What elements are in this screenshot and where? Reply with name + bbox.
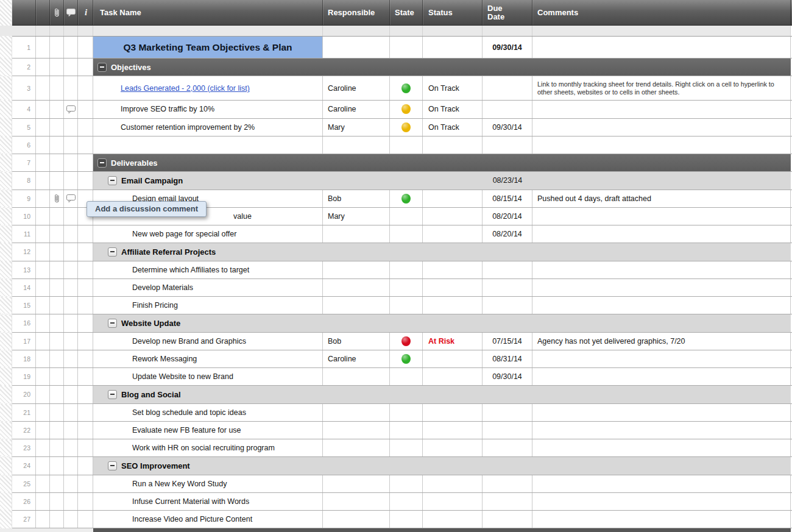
comments-cell[interactable]: Pushed out 4 days, draft attached [532, 190, 791, 207]
paperclip-icon[interactable] [54, 194, 60, 204]
state-cell[interactable] [390, 76, 423, 100]
task-name-cell[interactable]: Finish Pricing [93, 297, 323, 314]
row-number-cell[interactable]: 10 [0, 208, 36, 225]
row-number-cell[interactable]: 17 [0, 333, 36, 350]
status-cell[interactable] [423, 475, 483, 492]
info-cell[interactable] [78, 119, 93, 136]
due-date-cell[interactable]: 09/30/14 [483, 368, 532, 385]
responsible-cell[interactable] [323, 439, 390, 456]
row-number-cell[interactable]: 26 [0, 493, 36, 510]
row-number-cell[interactable]: 21 [0, 404, 36, 421]
attachment-cell[interactable] [50, 59, 64, 76]
attachment-cell[interactable] [50, 261, 64, 278]
comments-cell[interactable]: Link to monthly tracking sheet for trend… [532, 76, 791, 100]
comment-cell[interactable] [64, 225, 78, 243]
info-cell[interactable] [78, 261, 93, 278]
spacer-cell[interactable] [483, 26, 532, 36]
comment-cell[interactable] [64, 190, 78, 207]
comment-cell[interactable] [64, 261, 78, 278]
action-cell[interactable] [36, 350, 50, 367]
comments-cell[interactable] [532, 368, 791, 385]
spacer-cell[interactable] [78, 26, 93, 36]
comment-cell[interactable] [64, 76, 78, 100]
attachment-cell[interactable] [50, 243, 64, 260]
action-cell[interactable] [36, 297, 50, 314]
responsible-cell[interactable]: Mary [323, 208, 390, 225]
row-number-cell[interactable]: 14 [0, 279, 36, 296]
action-cell[interactable] [36, 439, 50, 456]
comment-cell[interactable] [64, 208, 78, 225]
status-cell[interactable]: At Risk [423, 333, 483, 350]
row-number-cell[interactable]: 13 [0, 261, 36, 278]
spacer-cell[interactable] [390, 26, 423, 36]
due-date-cell[interactable] [483, 101, 532, 118]
collapse-minus-icon[interactable] [108, 247, 117, 257]
attachment-cell[interactable] [50, 137, 64, 154]
header-corner[interactable] [0, 0, 36, 25]
status-cell[interactable] [423, 297, 483, 314]
attachment-cell[interactable] [50, 404, 64, 421]
spacer-cell[interactable] [36, 26, 50, 36]
cell-resp[interactable] [323, 37, 390, 58]
responsible-cell[interactable] [323, 475, 390, 492]
state-cell[interactable] [390, 190, 423, 207]
task-name-cell[interactable]: Improve SEO traffic by 10% [93, 101, 323, 118]
due-date-cell[interactable] [483, 493, 532, 510]
collapse-minus-icon[interactable] [108, 461, 117, 470]
row-number-cell[interactable]: 24 [0, 457, 36, 474]
comment-cell[interactable] [64, 493, 78, 510]
info-cell[interactable] [78, 457, 93, 474]
action-cell[interactable] [36, 190, 50, 207]
task-name-cell[interactable]: New web page for special offer [93, 225, 323, 243]
responsible-cell[interactable]: Bob [323, 190, 390, 207]
row-number-cell[interactable]: 2 [0, 59, 36, 76]
cell-comments[interactable] [532, 37, 791, 58]
action-cell[interactable] [36, 457, 50, 474]
section-row-band[interactable]: SEO Improvement [93, 457, 791, 474]
attachment-cell[interactable] [50, 37, 64, 58]
task-name-cell[interactable]: Set blog schedule and topic ideas [93, 404, 323, 421]
header-due-date[interactable]: Due Date [483, 0, 532, 25]
info-cell[interactable] [78, 37, 93, 58]
comments-cell[interactable] [532, 101, 791, 118]
attachment-cell[interactable] [50, 119, 64, 136]
spacer-cell[interactable] [93, 26, 323, 36]
status-cell[interactable] [423, 493, 483, 510]
state-cell[interactable] [390, 422, 423, 439]
collapse-minus-icon[interactable] [108, 319, 117, 328]
task-name-cell[interactable]: Develop new Brand and Graphics [93, 333, 323, 350]
status-cell[interactable] [423, 208, 483, 225]
collapse-minus-icon[interactable] [108, 176, 117, 185]
due-date-cell[interactable] [483, 439, 532, 456]
due-date-cell[interactable] [483, 279, 532, 296]
attachment-cell[interactable] [50, 225, 64, 243]
responsible-cell[interactable] [323, 404, 390, 421]
responsible-cell[interactable] [323, 493, 390, 510]
action-cell[interactable] [36, 101, 50, 118]
status-cell[interactable] [423, 439, 483, 456]
attachment-cell[interactable] [50, 279, 64, 296]
header-status[interactable]: Status [423, 0, 483, 25]
task-name-cell[interactable]: Work with HR on social recruiting progra… [93, 439, 323, 456]
info-cell[interactable] [78, 297, 93, 314]
header-state[interactable]: State [390, 0, 423, 25]
info-cell[interactable] [78, 76, 93, 100]
comment-cell[interactable] [64, 172, 78, 189]
state-cell[interactable] [390, 208, 423, 225]
attachment-cell[interactable] [50, 386, 64, 403]
status-cell[interactable] [423, 511, 483, 528]
comments-cell[interactable] [532, 261, 791, 278]
attachment-cell[interactable] [50, 439, 64, 456]
collapse-minus-icon[interactable] [108, 390, 117, 399]
row-number-cell[interactable]: 18 [0, 350, 36, 367]
section-row-band[interactable]: Blog and Social [93, 386, 791, 403]
comment-cell[interactable] [64, 279, 78, 296]
row-number-cell[interactable]: 9 [0, 190, 36, 207]
comment-cell[interactable] [64, 37, 78, 58]
comments-cell[interactable] [532, 422, 791, 439]
comment-cell[interactable] [64, 59, 78, 76]
row-number-cell[interactable]: 22 [0, 422, 36, 439]
row-number-cell[interactable]: 19 [0, 368, 36, 385]
cell-state[interactable] [390, 37, 423, 58]
task-name-cell[interactable]: Evaluate new FB feature for use [93, 422, 323, 439]
